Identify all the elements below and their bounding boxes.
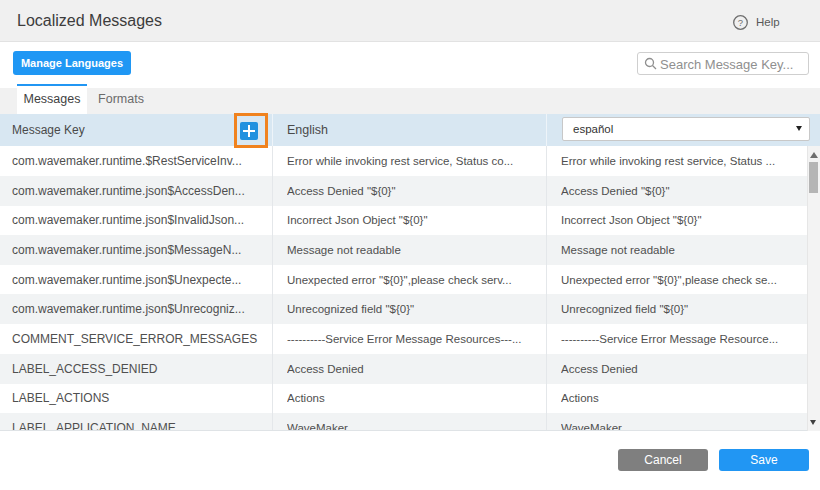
svg-text:?: ? bbox=[738, 17, 743, 28]
